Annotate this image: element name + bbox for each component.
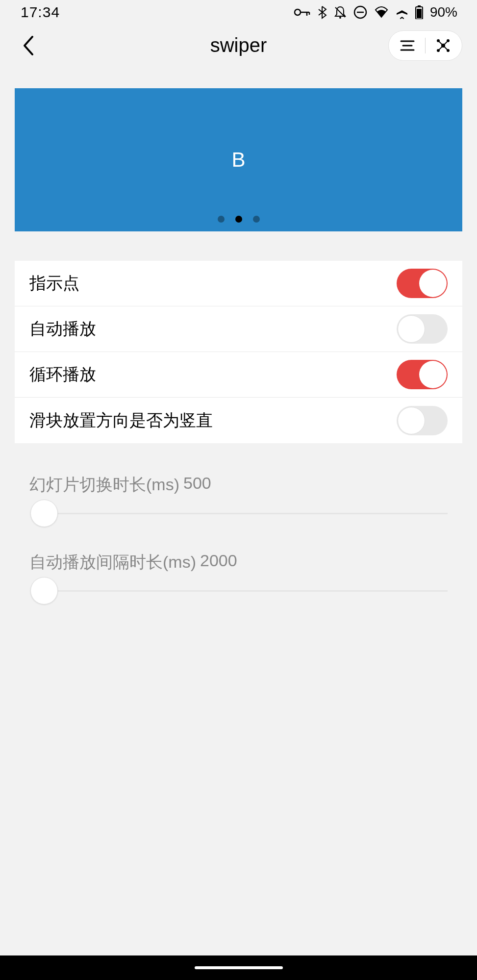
vpn-key-icon [294,7,310,18]
swiper-dots [218,216,260,223]
swiper-slide-content: B [231,148,245,172]
navigation-bar [0,955,477,980]
svg-point-0 [295,9,301,15]
close-button[interactable] [434,37,452,54]
swiper-panel[interactable]: B [15,88,462,231]
capsule-divider [425,38,426,53]
slider-interval-block: 自动播放间隔时长(ms) 2000 [29,551,448,608]
setting-label: 滑块放置方向是否为竖直 [29,409,213,432]
toggle-knob [398,407,425,434]
airplane-icon [396,5,408,19]
slider-duration-label: 幻灯片切换时长(ms) 500 [29,474,448,496]
svg-rect-10 [417,9,422,18]
setting-row-autoplay: 自动播放 [15,306,462,352]
notifications-off-icon [334,5,347,19]
svg-point-5 [339,17,341,19]
setting-label: 自动播放 [29,318,96,340]
setting-row-vertical: 滑块放置方向是否为竖直 [15,398,462,443]
sliders-section: 幻灯片切换时长(ms) 500 自动播放间隔时长(ms) 2000 [29,474,448,608]
slider-track [44,513,448,514]
setting-label: 循环播放 [29,363,96,386]
setting-label: 指示点 [29,272,79,295]
swiper-dot[interactable] [253,216,260,223]
capsule-menu [388,30,462,61]
setting-row-indicator: 指示点 [15,261,462,306]
toggle-knob [419,270,447,297]
swiper-dot[interactable] [218,216,225,223]
wifi-icon [374,6,389,18]
slider-interval[interactable] [29,574,448,608]
toggle-vertical[interactable] [397,406,448,435]
battery-icon [415,5,423,19]
settings-card: 指示点 自动播放 循环播放 滑块放置方向是否为竖直 [15,261,462,443]
setting-row-loop: 循环播放 [15,352,462,398]
svg-line-20 [444,42,447,45]
slider-label-text: 自动播放间隔时长(ms) [29,551,196,574]
slider-knob[interactable] [30,577,58,604]
toggle-indicator[interactable] [397,269,448,298]
back-button[interactable] [19,36,38,55]
svg-line-22 [444,47,447,50]
toggle-knob [419,361,447,388]
app-bar: swiper [0,25,477,66]
status-icons: 90% [294,4,457,20]
slider-interval-label: 自动播放间隔时长(ms) 2000 [29,551,448,574]
slider-track [44,590,448,592]
page-title: swiper [210,34,267,56]
status-bar: 17:34 90% [0,0,477,25]
slider-knob[interactable] [30,500,58,527]
svg-line-19 [439,42,442,45]
slider-value-text: 2000 [200,551,237,574]
toggle-loop[interactable] [397,360,448,389]
slider-value-text: 500 [183,474,211,496]
toggle-autoplay[interactable] [397,314,448,344]
toggle-knob [398,315,425,343]
battery-percent: 90% [430,4,457,20]
do-not-disturb-icon [353,5,367,19]
status-time: 17:34 [21,4,60,21]
bluetooth-icon [317,5,327,19]
swiper-dot-active[interactable] [235,216,242,223]
svg-line-21 [439,47,442,50]
menu-button[interactable] [399,37,416,54]
home-indicator[interactable] [195,966,283,969]
slider-duration-block: 幻灯片切换时长(ms) 500 [29,474,448,530]
slider-label-text: 幻灯片切换时长(ms) [29,474,179,496]
slider-duration[interactable] [29,496,448,530]
